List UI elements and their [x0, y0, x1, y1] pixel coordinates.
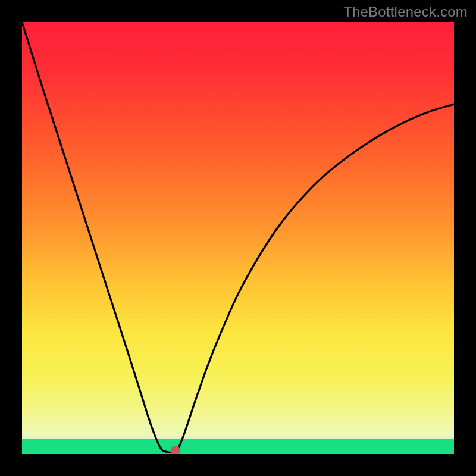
plot-area: [22, 22, 454, 454]
gradient-background: [22, 22, 454, 454]
green-band: [22, 439, 454, 454]
watermark-text: TheBottleneck.com: [343, 4, 468, 20]
chart-frame: TheBottleneck.com: [0, 0, 476, 476]
chart-svg: [22, 22, 454, 454]
